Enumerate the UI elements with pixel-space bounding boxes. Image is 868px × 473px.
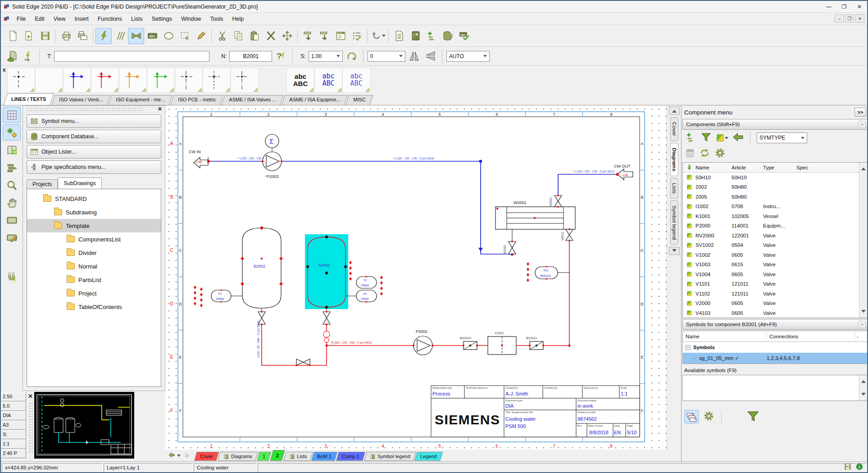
edit-pencil-icon[interactable] — [193, 28, 209, 44]
move-icon[interactable] — [279, 28, 295, 44]
jump-to-icon[interactable] — [5, 49, 19, 64]
palette-symbol-line-dashdot[interactable] — [175, 68, 203, 93]
mdi-close-icon[interactable]: ✕ — [855, 14, 864, 23]
quick-setting-cell[interactable]: DIA — [1, 411, 26, 420]
component-row[interactable]: 2002 50H80 — [683, 182, 868, 192]
palette-symbol-cross-blue[interactable] — [63, 68, 91, 93]
insert-valve-icon[interactable] — [128, 28, 144, 44]
mirror-vertical-icon[interactable] — [407, 49, 422, 64]
sheet-tab-2[interactable]: 2 — [270, 450, 285, 461]
import-page-icon[interactable] — [300, 28, 316, 44]
panel-grip[interactable]: ✕ — [23, 106, 165, 113]
components-close-icon[interactable]: ✕ — [859, 121, 866, 128]
sheet-tab-comp1[interactable]: Comp 1 — [336, 452, 365, 461]
panel-view-icon[interactable] — [685, 148, 695, 159]
t-input[interactable] — [54, 51, 209, 62]
menu-item[interactable]: Lists — [127, 14, 147, 24]
scroll-up-icon[interactable] — [669, 107, 680, 115]
collapse-minus-icon[interactable]: − — [686, 345, 691, 350]
refresh-icon[interactable] — [699, 147, 710, 160]
add-remove-icon[interactable] — [423, 28, 440, 44]
magnet-icon[interactable] — [3, 269, 21, 285]
tree-item[interactable]: ComponentsList — [27, 232, 161, 246]
palette-tab[interactable]: LINES / TEXTS — [4, 93, 54, 105]
insert-text-icon[interactable] — [144, 28, 160, 44]
object-lister-button[interactable]: Object Lister... — [27, 145, 161, 159]
filter-icon[interactable] — [700, 132, 712, 144]
palette-tab[interactable]: ISO Valves / Venti... — [51, 95, 110, 105]
tree-item[interactable]: PartsList — [27, 273, 161, 287]
spell-check-icon[interactable] — [456, 28, 472, 44]
palette-close-icon[interactable]: x — [3, 67, 6, 73]
palette-tab[interactable]: ISO Equipment - me... — [108, 95, 172, 105]
components-table-header[interactable]: Name Article Type Spec — [683, 163, 868, 173]
component-row[interactable]: V4103 0605 Valve — [683, 308, 868, 318]
mdi-minimize-icon[interactable]: – — [835, 14, 844, 23]
components-scrollbar[interactable] — [859, 163, 868, 318]
new-icon[interactable] — [5, 28, 21, 44]
options-check-icon[interactable] — [349, 28, 365, 44]
menu-item[interactable]: Settings — [147, 14, 177, 24]
available-symbols-list[interactable] — [682, 375, 868, 401]
add-remove-component-icon[interactable] — [685, 132, 696, 144]
symbol-menu-button[interactable]: Symbol menu... — [27, 114, 161, 128]
menu-item[interactable]: Functions — [93, 14, 127, 24]
copy-icon[interactable] — [230, 28, 246, 44]
palette-tab[interactable]: ASME / ISA Equipme... — [282, 95, 348, 105]
available-scrollbar[interactable] — [859, 375, 868, 400]
close-icon[interactable]: ✕ — [852, 1, 867, 13]
quick-setting-cell[interactable]: 5.0 — [1, 401, 26, 411]
panel-close-icon[interactable]: ✕ — [158, 106, 162, 112]
component-row[interactable]: P2000 114001 Equipm... — [683, 221, 868, 231]
vtab-cover[interactable]: Cover — [670, 117, 678, 141]
symtype-combobox[interactable]: SYMTYPE — [757, 132, 807, 143]
pointer-icon[interactable] — [184, 452, 191, 459]
vessel-b2002[interactable]: B2002 — [241, 226, 283, 308]
insert-ellipse-icon[interactable] — [160, 28, 177, 44]
export-page-icon[interactable] — [316, 28, 332, 44]
mdi-restore-icon[interactable]: ❐ — [845, 14, 854, 23]
palette-symbol-line-dashed2[interactable] — [203, 68, 231, 93]
n-input[interactable] — [229, 51, 272, 62]
save-state-icon[interactable] — [844, 463, 852, 472]
tree-item[interactable]: Divider — [27, 246, 161, 259]
palette-symbol-text-black[interactable]: abcABC — [286, 68, 314, 93]
tree-item[interactable]: STANDARD — [27, 192, 161, 205]
screen-icon[interactable] — [3, 212, 21, 228]
query-lightning-icon[interactable] — [274, 49, 288, 64]
vtab-symbol-legend[interactable]: Symbol legend — [670, 200, 678, 245]
symbol-filter-icon[interactable] — [746, 409, 760, 424]
scroll-down-icon[interactable] — [669, 247, 680, 255]
paste-icon[interactable] — [246, 28, 263, 44]
redline-icon[interactable] — [3, 230, 21, 246]
cascade-windows-icon[interactable] — [684, 410, 699, 423]
symbols-group-row[interactable]: − Symbols — [683, 342, 868, 353]
palette-symbol-text-blue[interactable]: abcABC — [314, 68, 342, 93]
parallel-lines-icon[interactable] — [112, 28, 128, 44]
vtab-diagrams[interactable]: Diagrams — [670, 143, 678, 176]
back-assign-icon[interactable] — [732, 132, 744, 144]
quick-setting-cell[interactable]: 2.50 — [1, 392, 26, 401]
component-row[interactable]: V2000 0605 Valve — [683, 299, 868, 309]
cut-icon[interactable] — [214, 28, 230, 44]
menu-item[interactable]: Edit — [30, 14, 49, 24]
sheet-tab-lists[interactable]: Lists — [283, 452, 313, 461]
print-copies-icon[interactable] — [74, 28, 91, 44]
quick-setting-cell[interactable]: S: — [1, 430, 26, 439]
palette-tab[interactable]: ISO PCE - metric — [170, 95, 223, 105]
save-icon[interactable] — [37, 28, 53, 44]
symbols-close-icon[interactable]: ✕ — [859, 321, 866, 328]
sheet-tab-bom1[interactable]: BoM 1 — [311, 452, 337, 461]
component-row[interactable]: V1102 121011 Valve — [683, 289, 868, 299]
component-row[interactable]: V1101 121011 Valve — [683, 279, 868, 289]
palette-symbol-cross-red[interactable] — [91, 68, 119, 93]
symbol-add-icon[interactable] — [3, 124, 21, 141]
pipe-specifications-button[interactable]: Pipe specifications menu... — [27, 160, 161, 174]
menu-item[interactable]: Tools — [205, 14, 227, 24]
sheet-tab-symbol-legend[interactable]: Symbol legend — [364, 452, 416, 461]
sheet-tab-1[interactable]: 1 — [257, 452, 272, 461]
quick-setting-cell[interactable]: 2:40 P — [1, 449, 26, 458]
select-area-icon[interactable] — [177, 28, 193, 44]
object-options-icon[interactable] — [3, 159, 21, 176]
overview-thumbnail[interactable]: ✕ — [27, 392, 134, 459]
